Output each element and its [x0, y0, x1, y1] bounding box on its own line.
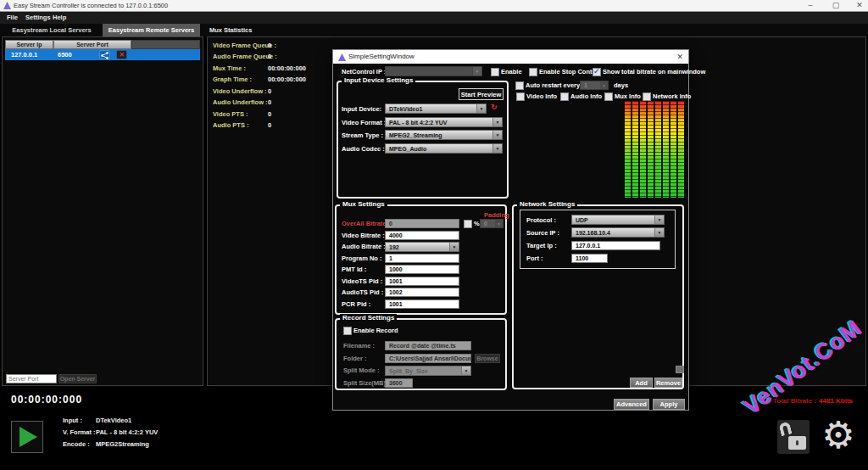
mux-info-checkbox[interactable] — [604, 92, 613, 101]
target-ip-field[interactable]: 127.0.0.1 — [571, 241, 660, 250]
tab-local-servers[interactable]: Easystream Local Servers — [2, 24, 102, 36]
close-icon[interactable]: ✕ — [853, 0, 866, 11]
remove-target-button[interactable]: Remove — [654, 378, 682, 388]
info-label: V. Format : — [63, 428, 95, 436]
folder-field[interactable]: C:\Users\Sajjad Ansari\Documen — [385, 354, 471, 363]
video-format-combo[interactable]: PAL - 8 bit 4:2:2 YUV — [385, 117, 503, 127]
overall-bitrate-field[interactable]: 0 — [385, 219, 459, 228]
share-server-button[interactable] — [99, 50, 110, 59]
source-ip-combo[interactable]: 192.168.10.4 — [571, 227, 665, 238]
record-settings-title: Record Settings — [340, 314, 397, 322]
stat-label: Audio PTS : — [213, 121, 249, 129]
settings-gear-button[interactable]: ⚙ — [819, 416, 858, 455]
input-device-combo[interactable]: DTekVideo1 — [385, 104, 487, 114]
menu-settings[interactable]: Settings — [25, 12, 51, 24]
menu-file[interactable]: File — [7, 12, 18, 24]
apply-button[interactable]: Apply — [653, 399, 685, 410]
enable-record-checkbox[interactable] — [343, 327, 352, 335]
audiots-pid-field[interactable]: 1002 — [385, 288, 459, 297]
split-mode-label: Split Mode : — [343, 366, 380, 374]
auto-restart-label: Auto restart every — [526, 81, 580, 89]
enable-checkbox[interactable] — [491, 68, 499, 76]
audio-codec-combo[interactable]: MPEG_Audio — [385, 143, 503, 154]
auto-restart-days-spinner[interactable]: 1 — [580, 81, 609, 90]
stat-value: 0 — [268, 121, 271, 129]
auto-restart-checkbox[interactable] — [515, 81, 524, 90]
audio-codec-label: Audio Codec : — [342, 145, 385, 153]
filename-field[interactable]: Record @date @time.ts — [385, 341, 471, 350]
video-info-checkbox[interactable] — [516, 92, 525, 101]
video-format-label: Video Format : — [342, 119, 386, 126]
column-header-server-ip[interactable]: Server Ip — [5, 40, 53, 49]
info-label: Input : — [63, 417, 82, 424]
source-ip-label: Source IP : — [526, 229, 559, 237]
stat-label: Video Underflow : — [213, 87, 267, 95]
input-device-settings-title: Input Device Settings — [342, 76, 415, 85]
tab-remote-servers[interactable]: Easystream Remote Servers — [103, 24, 200, 36]
vu-meter-bar — [632, 101, 638, 198]
videots-pid-label: VideoTS Pid : — [342, 277, 382, 285]
enable-record-label: Enable Record — [353, 327, 398, 334]
stat-value: 00:00:00:000 — [268, 76, 306, 83]
padding-percent-checkbox[interactable] — [464, 220, 472, 228]
overall-bitrate-label: OverAll Bitrate : — [342, 220, 390, 227]
show-total-bitrate-checkbox[interactable] — [593, 68, 601, 76]
videots-pid-field[interactable]: 1001 — [385, 277, 459, 286]
open-server-button[interactable]: Open Server — [58, 374, 97, 383]
stat-label: Video PTS : — [213, 110, 248, 118]
port-field[interactable]: 1100 — [571, 254, 608, 263]
program-no-field[interactable]: 1 — [385, 254, 459, 263]
browse-button[interactable]: Browse — [475, 354, 500, 363]
column-header-server-port[interactable]: Server Port — [53, 40, 131, 49]
stat-label: Video Frame Queue : — [213, 42, 276, 49]
start-preview-button[interactable]: Start Preview — [459, 88, 504, 100]
enable-stop-control-checkbox[interactable] — [529, 68, 537, 76]
stream-type-combo[interactable]: MPEG2_Streaming — [385, 130, 503, 140]
audio-info-checkbox[interactable] — [560, 92, 569, 101]
split-size-field[interactable]: 3600 — [385, 378, 413, 388]
days-label: days — [614, 81, 628, 89]
keyhole — [796, 440, 798, 445]
info-label: Encode : — [63, 440, 90, 448]
menu-help[interactable]: Help — [53, 12, 66, 24]
audio-bitrate-label: Audio Bitrate : — [342, 243, 386, 250]
program-no-label: Program No : — [342, 255, 382, 262]
delete-server-button[interactable]: ✕ — [116, 50, 127, 59]
advanced-button[interactable]: Advanced — [614, 399, 649, 410]
app-logo-icon — [3, 2, 11, 9]
audio-bitrate-combo[interactable]: 192 — [385, 242, 459, 252]
video-bitrate-field[interactable]: 4000 — [385, 231, 459, 240]
input-device-label: Input Device: — [342, 105, 381, 113]
pmt-id-label: PMT Id : — [342, 266, 366, 273]
delete-x-icon: ✕ — [119, 51, 125, 59]
padding-spinner[interactable]: 0 — [480, 219, 504, 228]
tab-strip: Easystream Local Servers Easystream Remo… — [0, 24, 868, 36]
stat-label: Graph Time : — [213, 76, 252, 83]
network-info-checkbox[interactable] — [643, 92, 651, 101]
info-value: MPEG2Streaming — [96, 440, 149, 448]
column-header-filler — [131, 40, 200, 49]
play-button[interactable] — [11, 421, 43, 453]
protocol-combo[interactable]: UDP — [571, 215, 665, 225]
stats-panel-title: Mux Statistics — [209, 24, 252, 36]
pmt-id-field[interactable]: 1000 — [385, 265, 459, 274]
pcr-pid-field[interactable]: 1001 — [385, 299, 459, 309]
dialog-close-icon[interactable]: ✕ — [676, 50, 683, 64]
stat-value: 0 — [268, 42, 271, 49]
netcontrol-ip-combo[interactable] — [385, 66, 482, 76]
audiots-pid-label: AudioTS Pid : — [342, 288, 383, 296]
play-icon — [19, 427, 37, 447]
add-target-button[interactable]: Add — [630, 378, 653, 388]
protocol-label: Protocol : — [526, 216, 556, 224]
maximize-icon[interactable]: ▢ — [829, 0, 843, 11]
port-label: Port : — [526, 255, 543, 262]
refresh-device-icon[interactable]: ↻ — [491, 103, 498, 111]
mux-info-label: Mux Info — [615, 92, 641, 100]
server-row[interactable]: 127.0.0.1 6500 ✕ — [5, 49, 200, 60]
server-port-input[interactable] — [6, 374, 57, 383]
vu-meter-bar — [670, 101, 676, 198]
vu-meter — [625, 101, 684, 198]
split-mode-combo[interactable]: Split_By_Size — [385, 366, 471, 376]
unlock-button[interactable] — [777, 420, 810, 454]
minimize-icon[interactable]: – — [804, 0, 817, 11]
